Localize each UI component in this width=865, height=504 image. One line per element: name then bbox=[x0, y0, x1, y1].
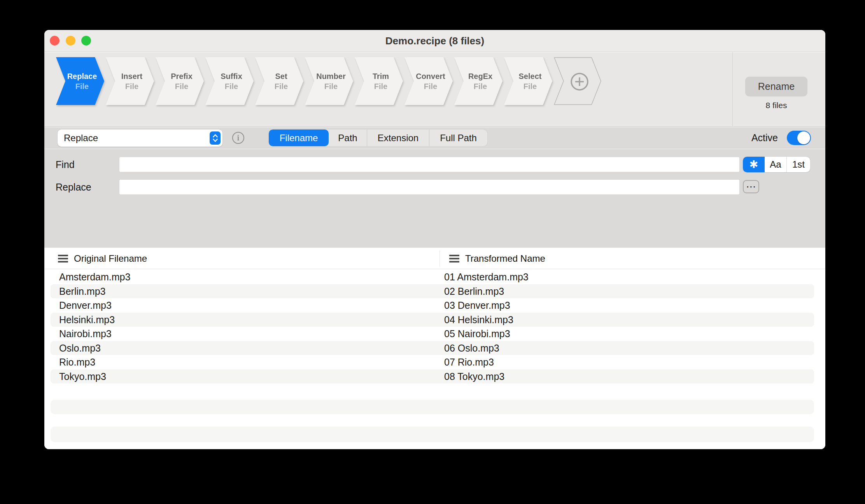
table-row[interactable]: Rio.mp307 Rio.mp3 bbox=[51, 355, 814, 369]
step-set[interactable]: Set File bbox=[255, 57, 303, 105]
action-select-value: Replace bbox=[58, 133, 98, 144]
table-row[interactable]: Oslo.mp306 Oslo.mp3 bbox=[51, 341, 814, 355]
empty-row-placeholder bbox=[51, 427, 814, 442]
window-title: Demo.recipe (8 files) bbox=[44, 30, 825, 52]
column-divider bbox=[440, 250, 440, 267]
table-header: Original Filename Transformed Name bbox=[44, 248, 825, 269]
step-regex[interactable]: RegEx File bbox=[454, 57, 503, 105]
table-row[interactable]: Berlin.mp302 Berlin.mp3 bbox=[51, 284, 814, 299]
titlebar: Demo.recipe (8 files) bbox=[44, 30, 825, 52]
step-select[interactable]: Select File bbox=[504, 57, 552, 105]
steps-strip: Replace File Insert File Prefix File Suf… bbox=[56, 57, 601, 105]
stepper-icon bbox=[210, 131, 221, 145]
add-step-button[interactable] bbox=[554, 57, 601, 105]
find-input[interactable] bbox=[119, 157, 739, 172]
column-header-original[interactable]: Original Filename bbox=[58, 248, 147, 269]
tab-extension[interactable]: Extension bbox=[367, 130, 429, 146]
replace-input[interactable] bbox=[119, 180, 739, 194]
files-count: 8 files bbox=[745, 101, 807, 110]
match-segmented-control: ✱ Aa 1st bbox=[743, 157, 810, 172]
table-row[interactable]: Nairobi.mp305 Nairobi.mp3 bbox=[51, 327, 814, 341]
steps-toolbar: Replace File Insert File Prefix File Suf… bbox=[44, 52, 825, 127]
action-select[interactable]: Replace bbox=[58, 130, 222, 147]
plus-icon bbox=[571, 74, 588, 90]
empty-row-placeholder bbox=[51, 400, 814, 414]
tab-path[interactable]: Path bbox=[329, 130, 367, 146]
table-row[interactable]: Amsterdam.mp301 Amsterdam.mp3 bbox=[51, 270, 814, 284]
active-toggle[interactable] bbox=[787, 131, 811, 145]
tab-filename[interactable]: Filename bbox=[269, 130, 329, 146]
match-wildcard-segment[interactable]: ✱ bbox=[743, 157, 765, 172]
app-window: Demo.recipe (8 files) Replace File Inser… bbox=[44, 30, 825, 449]
toggle-knob bbox=[797, 131, 810, 144]
info-icon[interactable]: i bbox=[232, 132, 244, 144]
replace-label: Replace bbox=[56, 180, 91, 194]
match-case-segment[interactable]: Aa bbox=[765, 157, 786, 172]
step-trim[interactable]: Trim File bbox=[355, 57, 403, 105]
more-options-button[interactable]: ⋯ bbox=[743, 180, 759, 193]
scope-segmented-control: Filename Path Extension Full Path bbox=[269, 130, 487, 146]
step-convert[interactable]: Convert File bbox=[404, 57, 453, 105]
tab-full-path[interactable]: Full Path bbox=[429, 130, 487, 146]
step-replace[interactable]: Replace File bbox=[56, 57, 104, 105]
column-handle-icon bbox=[449, 255, 459, 262]
column-handle-icon bbox=[58, 255, 68, 262]
match-first-segment[interactable]: 1st bbox=[786, 157, 810, 172]
step-number[interactable]: Number File bbox=[305, 57, 353, 105]
table-row[interactable]: Helsinki.mp304 Helsinki.mp3 bbox=[51, 313, 814, 327]
toolbar-divider bbox=[732, 52, 733, 127]
column-header-transformed[interactable]: Transformed Name bbox=[449, 248, 545, 269]
table-row[interactable]: Tokyo.mp308 Tokyo.mp3 bbox=[51, 369, 814, 384]
file-table: Original Filename Transformed Name Amste… bbox=[44, 248, 825, 449]
find-label: Find bbox=[56, 157, 75, 172]
step-prefix[interactable]: Prefix File bbox=[156, 57, 204, 105]
active-label: Active bbox=[713, 130, 778, 146]
step-insert[interactable]: Insert File bbox=[106, 57, 154, 105]
table-row[interactable]: Denver.mp303 Denver.mp3 bbox=[51, 298, 814, 313]
table-rows: Amsterdam.mp301 Amsterdam.mp3 Berlin.mp3… bbox=[51, 270, 814, 383]
rename-button[interactable]: Rename bbox=[745, 77, 807, 96]
step-suffix[interactable]: Suffix File bbox=[205, 57, 254, 105]
